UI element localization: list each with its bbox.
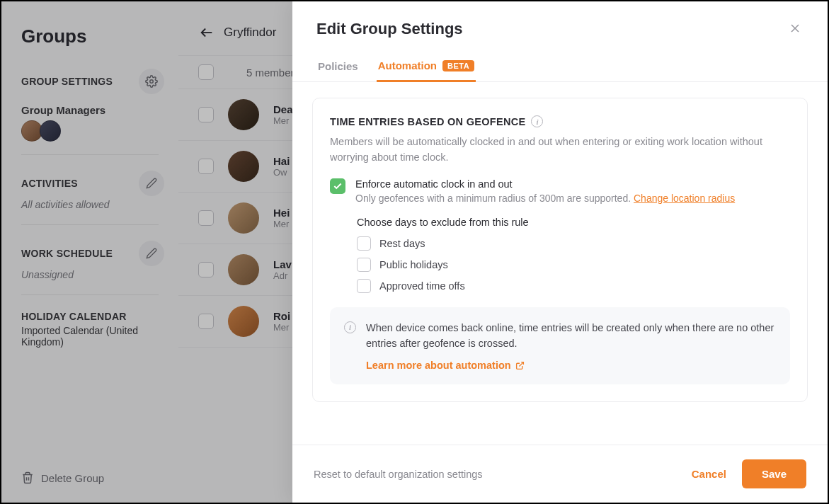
learn-more-link[interactable]: Learn more about automation: [366, 360, 525, 371]
edit-group-modal: Edit Group Settings Policies Automation …: [292, 1, 828, 503]
modal-body: TIME ENTRIES BASED ON GEOFENCE i Members…: [292, 82, 828, 445]
beta-badge: BETA: [442, 60, 474, 71]
enforce-checkbox-row: Enforce automatic clock in and out Only …: [330, 178, 790, 204]
info-icon: i: [344, 321, 356, 333]
tabs: Policies Automation BETA: [292, 44, 828, 82]
tab-policies[interactable]: Policies: [316, 59, 360, 81]
checkbox[interactable]: [357, 236, 371, 251]
enforce-label: Enforce automatic clock in and out: [355, 178, 735, 190]
reset-to-default[interactable]: Reset to default organization settings: [314, 469, 483, 480]
cancel-button[interactable]: Cancel: [686, 461, 732, 487]
option-label: Rest days: [379, 238, 425, 249]
enforce-sublabel: Only geofences with a minimum radius of …: [355, 193, 735, 204]
exclude-section: Choose days to exclude from this rule Re…: [330, 204, 790, 293]
modal-footer: Reset to default organization settings C…: [292, 445, 828, 503]
card-description: Members will be automatically clocked in…: [330, 127, 790, 178]
checkbox[interactable]: [357, 279, 371, 293]
external-link-icon: [515, 361, 525, 370]
option-approved-timeoffs[interactable]: Approved time offs: [357, 279, 790, 293]
option-label: Approved time offs: [379, 280, 465, 292]
tab-automation[interactable]: Automation BETA: [377, 59, 476, 82]
change-radius-link[interactable]: Change location radius: [634, 193, 735, 204]
close-icon[interactable]: [788, 21, 804, 37]
card-heading: TIME ENTRIES BASED ON GEOFENCE i: [330, 115, 790, 127]
exclude-title: Choose days to exclude from this rule: [357, 217, 790, 228]
info-box-text: When device comes back online, time entr…: [366, 320, 776, 352]
modal-header: Edit Group Settings: [292, 1, 828, 44]
checkbox[interactable]: [357, 258, 371, 272]
option-label: Public holidays: [379, 259, 448, 270]
card-title: TIME ENTRIES BASED ON GEOFENCE: [330, 116, 525, 127]
enforce-checkbox[interactable]: [330, 178, 345, 194]
info-icon[interactable]: i: [531, 115, 543, 127]
option-rest-days[interactable]: Rest days: [357, 236, 790, 251]
footer-actions: Cancel Save: [686, 459, 806, 488]
info-box: i When device comes back online, time en…: [330, 307, 790, 385]
option-public-holidays[interactable]: Public holidays: [357, 258, 790, 272]
geofence-card: TIME ENTRIES BASED ON GEOFENCE i Members…: [312, 98, 808, 402]
save-button[interactable]: Save: [742, 459, 806, 488]
svg-line-4: [519, 362, 523, 367]
modal-title: Edit Group Settings: [316, 20, 463, 38]
